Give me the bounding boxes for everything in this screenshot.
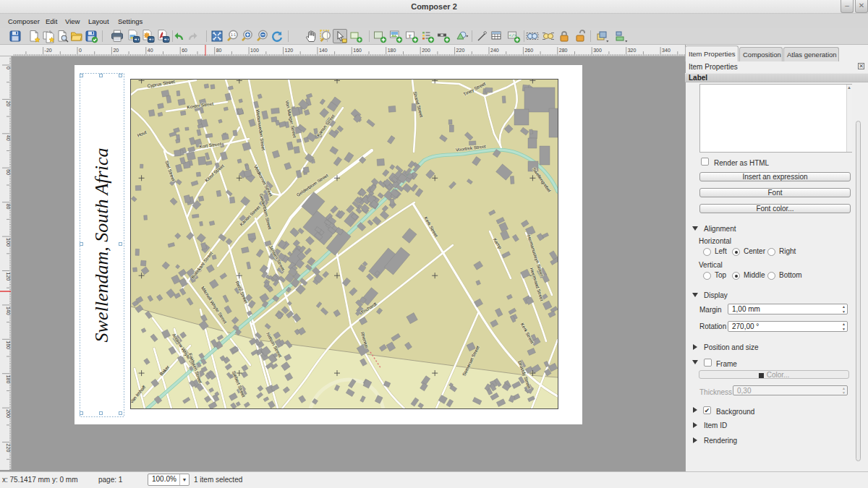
svg-text:220: 220 <box>456 48 465 53</box>
svg-text:200: 200 <box>422 48 430 53</box>
svg-text:240: 240 <box>490 48 499 53</box>
svg-text:180: 180 <box>388 48 396 53</box>
svg-text:140: 140 <box>319 48 328 53</box>
svg-text:60: 60 <box>182 48 187 53</box>
svg-text:300: 300 <box>593 48 602 53</box>
svg-text:160: 160 <box>6 341 11 349</box>
svg-text:100: 100 <box>250 48 259 53</box>
svg-text:0: 0 <box>6 67 11 69</box>
svg-text:20: 20 <box>6 100 11 106</box>
svg-text:20: 20 <box>113 48 119 53</box>
svg-text:140: 140 <box>6 307 11 315</box>
svg-text:120: 120 <box>285 48 294 53</box>
svg-text:100: 100 <box>6 238 11 247</box>
svg-text:160: 160 <box>353 48 362 53</box>
svg-text:180: 180 <box>6 375 11 384</box>
svg-text:80: 80 <box>6 204 11 210</box>
svg-text:200: 200 <box>6 409 11 418</box>
svg-text:320: 320 <box>628 48 637 53</box>
svg-text:0: 0 <box>79 48 82 53</box>
svg-text:1:1: 1:1 <box>231 33 236 37</box>
svg-text:280: 280 <box>559 48 568 53</box>
svg-text:T: T <box>409 33 412 39</box>
svg-text:80: 80 <box>216 48 222 53</box>
svg-text:40: 40 <box>148 48 153 53</box>
svg-text:60: 60 <box>6 169 11 175</box>
svg-text:220: 220 <box>6 444 11 453</box>
svg-text:40: 40 <box>6 135 11 141</box>
svg-text:-20: -20 <box>45 48 52 53</box>
svg-text:260: 260 <box>524 48 533 53</box>
svg-text:340: 340 <box>662 48 671 53</box>
svg-text:120: 120 <box>6 273 11 281</box>
